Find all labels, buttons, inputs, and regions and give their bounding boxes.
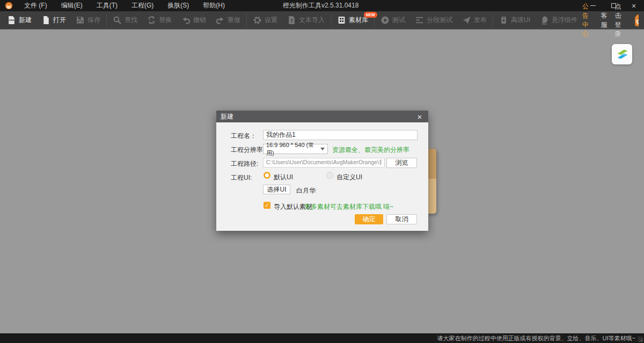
resolution-hint: 资源最全、最完美的分辨率 <box>332 145 409 155</box>
ok-button[interactable]: 确定 <box>355 214 383 224</box>
toolbar-material-library-button[interactable]: 素材库 NEW <box>332 11 373 29</box>
toolbar-find-label: 查找 <box>125 16 137 25</box>
menu-edit[interactable]: 编辑(E) <box>54 0 90 11</box>
announcement-center-link[interactable]: 公告中心 <box>582 2 593 39</box>
toolbar-floating-widget-button[interactable]: 悬浮组件 <box>535 11 582 29</box>
toolbar-open-label: 打开 <box>53 16 66 25</box>
cancel-button[interactable]: 取消 <box>386 214 417 224</box>
title-bar: 文件 (F) 编辑(E) 工具(T) 工程(G) 换肤(S) 帮助(H) 橙光制… <box>0 0 644 11</box>
toolbar-separator <box>493 14 493 27</box>
resolution-selected-value: 16:9 960 * 540 (常用) <box>266 141 320 157</box>
default-ui-radio-label: 默认UI <box>274 173 293 182</box>
app-icon <box>5 2 13 10</box>
toolbar-publish-button[interactable]: 发布 <box>457 11 492 29</box>
toolbar-right-group: 公告中心 客服 点击登录 <box>582 2 642 39</box>
floating-app-logo[interactable] <box>612 44 632 64</box>
toolbar-settings-label: 设置 <box>265 16 277 25</box>
toolbar-advanced-ui-label: 高级UI <box>511 16 530 25</box>
status-notice: 请大家在制作的过程中使用正版或有授权的背景、立绘、音乐、UI等素材哦~ <box>437 334 635 342</box>
search-icon <box>113 16 122 25</box>
segment-test-icon <box>415 16 424 25</box>
toolbar-advanced-ui-button[interactable]: 高级UI <box>494 11 535 29</box>
user-avatar[interactable] <box>633 13 639 27</box>
resolution-label: 工程分辨率: <box>231 145 265 155</box>
svg-text:a: a <box>149 18 151 21</box>
project-path-label: 工程路径: <box>231 159 258 169</box>
toolbar-undo-button[interactable]: 撤销 <box>177 11 211 29</box>
toolbar-separator <box>246 14 247 27</box>
menu-skin[interactable]: 换肤(S) <box>160 0 196 11</box>
default-ui-radio[interactable] <box>264 172 270 179</box>
text-import-icon: T <box>287 16 296 25</box>
dialog-close-icon[interactable]: × <box>415 113 424 121</box>
redo-icon <box>216 16 225 25</box>
toolbar-settings-button[interactable]: 设置 <box>248 11 282 29</box>
dialog-title: 新建 <box>221 112 233 121</box>
status-bar: 请大家在制作的过程中使用正版或有授权的背景、立绘、音乐、UI等素材哦~ <box>0 333 644 343</box>
app-window: 文件 (F) 编辑(E) 工具(T) 工程(G) 换肤(S) 帮助(H) 橙光制… <box>0 0 644 343</box>
app-logo-icon <box>614 46 630 62</box>
chevron-down-icon <box>320 148 325 150</box>
new-file-icon: NEW <box>7 16 16 25</box>
project-path-input[interactable] <box>263 158 385 167</box>
replace-icon: ab <box>147 16 156 25</box>
project-name-input[interactable] <box>263 130 418 140</box>
toolbar-test-label: 测试 <box>392 16 405 25</box>
customer-service-link[interactable]: 客服 <box>601 11 607 30</box>
toolbar-redo-button[interactable]: 重做 <box>211 11 245 29</box>
toolbar-find-button[interactable]: 查找 <box>108 11 142 29</box>
toolbar-floating-widget-label: 悬浮组件 <box>552 16 577 25</box>
new-project-dialog: 新建 × 工程名： 工程分辨率: 16:9 960 * 540 (常用) 资源最… <box>216 111 428 231</box>
dialog-body: 工程名： 工程分辨率: 16:9 960 * 540 (常用) 资源最全、最完美… <box>216 122 428 231</box>
toolbar-separator <box>331 14 331 27</box>
toolbar-replace-button[interactable]: ab 替换 <box>142 11 177 29</box>
window-title: 橙光制作工具v2.5.31.0418 <box>283 0 358 11</box>
custom-ui-radio[interactable] <box>326 172 333 179</box>
toolbar-save-button[interactable]: 保存 <box>71 11 105 29</box>
publish-icon <box>462 16 471 25</box>
toolbar-save-label: 保存 <box>87 16 100 25</box>
choose-ui-button[interactable]: 选择UI <box>263 185 290 194</box>
import-default-material-checkbox[interactable]: ✓ <box>264 202 270 209</box>
toolbar-open-button[interactable]: 打开 <box>36 11 71 29</box>
menu-project[interactable]: 工程(G) <box>125 0 160 11</box>
dialog-title-bar[interactable]: 新建 × <box>216 111 428 122</box>
toolbar: NEW 新建 打开 保存 查找 ab 替换 <box>0 11 644 30</box>
toolbar-new-label: 新建 <box>19 16 32 25</box>
undo-icon <box>181 16 191 25</box>
toolbar-segment-test-label: 分段测试 <box>427 16 452 25</box>
toolbar-replace-label: 替换 <box>159 16 172 25</box>
floating-widget-icon <box>540 16 549 25</box>
material-library-icon <box>337 16 346 25</box>
menu-tools[interactable]: 工具(T) <box>90 0 125 11</box>
menu-file[interactable]: 文件 (F) <box>17 0 54 11</box>
advanced-ui-icon <box>499 16 508 25</box>
menu-help[interactable]: 帮助(H) <box>196 0 232 11</box>
svg-text:b: b <box>152 20 154 23</box>
project-name-label: 工程名： <box>231 132 257 141</box>
toolbar-text-import-label: 文本导入 <box>299 16 325 25</box>
login-link[interactable]: 点击登录 <box>614 2 625 39</box>
resolution-select[interactable]: 16:9 960 * 540 (常用) <box>263 144 328 154</box>
toolbar-new-button[interactable]: NEW 新建 <box>2 11 36 29</box>
open-file-icon <box>41 16 50 25</box>
toolbar-undo-label: 撤销 <box>193 16 206 25</box>
custom-ui-radio-label: 自定义UI <box>336 173 362 182</box>
save-icon <box>76 16 85 25</box>
material-hint: 更多素材可去素材库下载哦 喵~ <box>304 202 393 211</box>
toolbar-separator <box>106 14 107 27</box>
project-ui-label: 工程UI: <box>231 173 252 183</box>
svg-text:T: T <box>290 18 294 24</box>
toolbar-text-import-button[interactable]: T 文本导入 <box>282 11 330 29</box>
resize-grip-icon[interactable] <box>638 337 643 342</box>
toolbar-segment-test-button[interactable]: 分段测试 <box>410 11 457 29</box>
toolbar-test-button[interactable]: 测试 <box>376 11 410 29</box>
settings-icon <box>253 16 262 25</box>
toolbar-publish-label: 发布 <box>474 16 487 25</box>
toolbar-redo-label: 重做 <box>228 16 240 25</box>
ui-theme-name: 白月华 <box>296 186 316 195</box>
browse-button[interactable]: 浏览 <box>386 158 417 168</box>
test-icon <box>380 16 390 25</box>
svg-text:NEW: NEW <box>9 19 14 21</box>
